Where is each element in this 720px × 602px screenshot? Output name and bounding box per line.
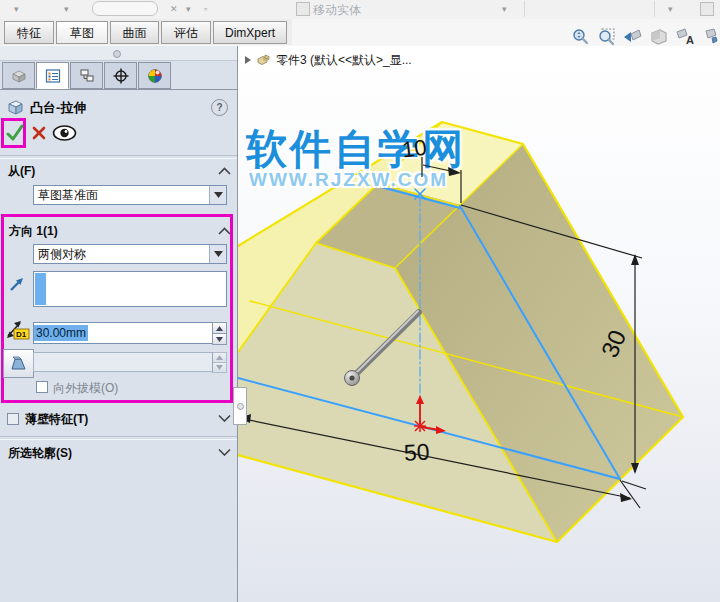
direction1-highlight-box — [1, 214, 233, 403]
toolbar-dropdown-arrow-icon[interactable]: ▾ — [14, 4, 19, 14]
direction-selection-box[interactable] — [33, 271, 227, 307]
tab-features[interactable]: 特征 — [4, 21, 54, 44]
direction1-section-label: 方向 1(1) — [9, 223, 58, 240]
preview-eye-button[interactable] — [52, 125, 77, 141]
tab-sketch[interactable]: 草图 — [56, 21, 108, 44]
zoom-to-area-icon[interactable] — [596, 27, 618, 47]
draft-outward-label: 向外拔模(O) — [53, 380, 118, 397]
toolbar-dropdown-arrow-icon[interactable]: ▾ — [668, 4, 673, 14]
tab-evaluate-label: 评估 — [174, 26, 198, 40]
toolbar-dropdown-arrow-icon[interactable]: ▾ — [186, 4, 191, 14]
display-manager-icon — [147, 68, 163, 84]
draft-angle-spinner — [212, 352, 227, 372]
tab-configuration-manager[interactable] — [70, 62, 103, 89]
zoom-to-fit-icon[interactable] — [570, 27, 592, 47]
from-dropdown[interactable]: 草图基准面 — [33, 185, 227, 205]
tab-dimxpert[interactable]: DimXpert — [213, 21, 287, 44]
dimension-top-width[interactable]: 10 — [401, 135, 428, 163]
toolbar-ghost-button[interactable] — [92, 1, 158, 16]
tab-evaluate[interactable]: 评估 — [161, 21, 211, 44]
property-manager-icon — [45, 68, 61, 84]
selected-contours-label: 所选轮廓(S) — [8, 445, 72, 462]
dimension-height[interactable]: 30 — [596, 326, 632, 361]
from-section-label: 从(F) — [8, 163, 35, 180]
tab-feature-manager[interactable] — [2, 62, 35, 89]
panel-collapse-dot[interactable] — [113, 50, 121, 58]
reverse-direction-icon[interactable] — [8, 275, 26, 293]
depth-d1-icon: D1 — [4, 318, 30, 340]
tab-features-label: 特征 — [17, 26, 41, 40]
tab-surfaces[interactable]: 曲面 — [110, 21, 159, 44]
dimxpert-manager-icon — [113, 68, 129, 84]
section-separator — [0, 155, 237, 159]
depth-value: 30.00mm — [34, 325, 88, 341]
hide-show-annotations-icon[interactable]: A — [674, 27, 696, 47]
help-button[interactable]: ? — [211, 99, 228, 116]
spinner-down-icon — [212, 362, 227, 373]
tabbar-divider — [0, 89, 237, 90]
tab-sketch-label: 草图 — [70, 26, 94, 40]
thin-feature-label: 薄壁特征(T) — [25, 411, 88, 428]
toolbar-dropdown-arrow-icon[interactable]: ▾ — [502, 4, 507, 14]
toolbar-close-icon[interactable]: ✕ — [170, 4, 178, 14]
spinner-down-icon[interactable] — [212, 333, 227, 345]
toolbar-separator — [654, 1, 655, 17]
property-manager-panel: 凸台-拉伸 ? 从(F) 草图基准面 方向 1(1) — [0, 46, 238, 602]
dropdown-arrow-icon — [209, 186, 226, 204]
configuration-manager-icon — [79, 68, 95, 84]
dimension-base-width[interactable]: 50 — [403, 438, 430, 466]
toolbar-box-icon[interactable]: ▫ — [204, 4, 207, 14]
selection-active-strip — [35, 273, 46, 305]
dimension-annotations: 10 30 50 — [238, 46, 720, 602]
draft-icon — [9, 355, 29, 373]
move-entities-label[interactable]: 移动实体 — [313, 2, 361, 19]
draft-button[interactable] — [3, 349, 34, 378]
svg-text:A: A — [686, 34, 694, 46]
draft-angle-input — [33, 352, 213, 372]
depth-spinner[interactable] — [212, 322, 227, 344]
view-settings-icon[interactable] — [702, 27, 720, 47]
end-condition-value: 两侧对称 — [34, 245, 209, 263]
toolbar-separator — [524, 1, 525, 17]
toolbar-ghost-button[interactable] — [700, 2, 714, 16]
solidworks-window: ▾ ▾ ✕ ▾ ▫ 移动实体 ▾ ▾ 特征 草图 曲面 评估 DimXpert — [0, 0, 720, 602]
splitter-dot-icon — [237, 403, 244, 410]
breadcrumb: 零件3 (默认<<默认>_显... — [244, 51, 412, 69]
previous-view-icon[interactable] — [622, 27, 644, 47]
tree-expand-icon[interactable] — [244, 55, 252, 65]
command-toolbar-strip: ▾ ▾ ✕ ▾ ▫ 移动实体 ▾ ▾ — [0, 0, 720, 19]
from-collapse-chevron-icon[interactable] — [218, 167, 231, 175]
toolbar-dropdown-arrow-icon[interactable]: ▾ — [64, 4, 69, 14]
draft-outward-checkbox[interactable] — [36, 381, 48, 393]
tab-property-manager[interactable] — [36, 62, 69, 89]
dropdown-arrow-icon — [209, 245, 226, 263]
tab-dimxpert-label: DimXpert — [225, 26, 275, 40]
thin-feature-expand-chevron-icon[interactable] — [218, 414, 231, 422]
tab-display-manager[interactable] — [138, 62, 171, 89]
ok-button[interactable] — [6, 123, 24, 143]
dimension-lines[interactable] — [239, 157, 646, 508]
boss-extrude-icon — [6, 97, 25, 116]
panel-top-strip — [0, 46, 237, 61]
end-condition-dropdown[interactable]: 两侧对称 — [33, 244, 227, 264]
part-icon — [256, 53, 272, 67]
svg-text:D1: D1 — [16, 330, 27, 339]
tab-surfaces-label: 曲面 — [123, 26, 147, 40]
breadcrumb-part-name[interactable]: 零件3 (默认<<默认>_显... — [276, 52, 412, 69]
selected-contours-expand-chevron-icon[interactable] — [218, 448, 231, 456]
move-entities-icon[interactable] — [296, 2, 310, 16]
help-glyph: ? — [216, 102, 222, 113]
cancel-button[interactable] — [32, 126, 46, 140]
panel-splitter-handle[interactable] — [233, 387, 247, 425]
dimension-arrowheads — [239, 167, 639, 502]
panel-title: 凸台-拉伸 — [30, 99, 86, 117]
tab-dimxpert-manager[interactable] — [104, 62, 137, 89]
thin-feature-checkbox[interactable] — [7, 413, 19, 425]
direction1-collapse-chevron-icon[interactable] — [218, 227, 231, 235]
depth-input[interactable]: 30.00mm — [33, 322, 213, 344]
section-separator — [0, 436, 237, 440]
feature-manager-icon — [11, 68, 27, 84]
section-view-icon[interactable] — [648, 27, 670, 47]
from-dropdown-value: 草图基准面 — [34, 186, 209, 204]
